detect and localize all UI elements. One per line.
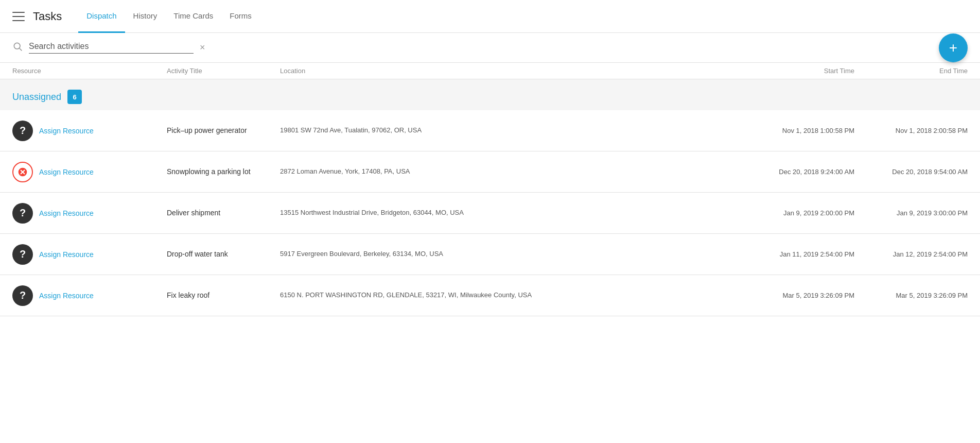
app-title: Tasks [33, 10, 62, 23]
activity-title: Fix leaky roof [167, 291, 280, 301]
location-cell: 2872 Loman Avenue, York, 17408, PA, USA [280, 167, 741, 176]
task-status-icon: ? [12, 285, 33, 306]
location-cell: 13515 Northwest Industrial Drive, Bridge… [280, 208, 741, 217]
col-activity-title: Activity Title [167, 67, 280, 75]
tab-history[interactable]: History [125, 0, 166, 33]
resource-cell: ? Assign Resource [12, 121, 167, 141]
task-status-icon-error [12, 162, 33, 182]
section-header-unassigned: Unassigned 6 [0, 79, 980, 110]
resource-cell: ? Assign Resource [12, 203, 167, 224]
task-status-icon: ? [12, 203, 33, 224]
start-time-cell: Dec 20, 2018 9:24:00 AM [741, 168, 854, 176]
assign-resource-link[interactable]: Assign Resource [39, 209, 94, 217]
end-time-cell: Nov 1, 2018 2:00:58 PM [854, 127, 968, 134]
tab-dispatch[interactable]: Dispatch [78, 0, 125, 33]
resource-cell: Assign Resource [12, 162, 167, 182]
col-location: Location [280, 67, 741, 75]
start-time-cell: Mar 5, 2019 3:26:09 PM [741, 292, 854, 299]
assign-resource-link[interactable]: Assign Resource [39, 250, 94, 259]
search-icon [12, 41, 23, 54]
location-cell: 5917 Evergreen Boulevard, Berkeley, 6313… [280, 249, 741, 259]
task-status-icon: ? [12, 244, 33, 265]
add-task-button[interactable]: + [939, 33, 968, 62]
activity-title: Drop-off water tank [167, 249, 280, 260]
svg-line-1 [20, 48, 22, 51]
tab-forms[interactable]: Forms [221, 0, 260, 33]
app-header: Tasks Dispatch History Time Cards Forms [0, 0, 980, 33]
search-input[interactable] [29, 42, 194, 54]
table-header: Resource Activity Title Location Start T… [0, 63, 980, 79]
activity-title: Deliver shipment [167, 208, 280, 218]
table-row: ? Assign Resource Fix leaky roof 6150 N.… [0, 275, 980, 316]
resource-cell: ? Assign Resource [12, 244, 167, 265]
task-status-icon: ? [12, 121, 33, 141]
location-cell: 19801 SW 72nd Ave, Tualatin, 97062, OR, … [280, 126, 741, 135]
search-clear-button[interactable]: × [200, 42, 205, 53]
assign-resource-link[interactable]: Assign Resource [39, 168, 94, 176]
table-row: ? Assign Resource Pick–up power generato… [0, 110, 980, 151]
svg-point-0 [14, 43, 20, 49]
end-time-cell: Mar 5, 2019 3:26:09 PM [854, 292, 968, 299]
col-start-time: Start Time [741, 67, 854, 75]
start-time-cell: Jan 11, 2019 2:54:00 PM [741, 250, 854, 258]
activity-title: Snowplowing a parking lot [167, 167, 280, 177]
hamburger-menu-button[interactable] [12, 12, 25, 21]
table-row: Assign Resource Snowplowing a parking lo… [0, 151, 980, 193]
content-area: Unassigned 6 ? Assign Resource Pick–up p… [0, 79, 980, 316]
end-time-cell: Jan 9, 2019 3:00:00 PM [854, 209, 968, 217]
assign-resource-link[interactable]: Assign Resource [39, 127, 94, 135]
start-time-cell: Nov 1, 2018 1:00:58 PM [741, 127, 854, 134]
section-title-unassigned: Unassigned [12, 92, 61, 103]
end-time-cell: Dec 20, 2018 9:54:00 AM [854, 168, 968, 176]
resource-cell: ? Assign Resource [12, 285, 167, 306]
location-cell: 6150 N. PORT WASHINGTON RD, GLENDALE, 53… [280, 291, 741, 300]
tab-timecards[interactable]: Time Cards [165, 0, 221, 33]
activity-title: Pick–up power generator [167, 126, 280, 136]
assign-resource-link[interactable]: Assign Resource [39, 292, 94, 300]
start-time-cell: Jan 9, 2019 2:00:00 PM [741, 209, 854, 217]
search-bar: × + [0, 33, 980, 63]
unassigned-count-badge: 6 [67, 90, 82, 104]
table-row: ? Assign Resource Drop-off water tank 59… [0, 234, 980, 275]
nav-tabs: Dispatch History Time Cards Forms [78, 0, 260, 33]
col-end-time: End Time [854, 67, 968, 75]
col-resource: Resource [12, 67, 167, 75]
end-time-cell: Jan 12, 2019 2:54:00 PM [854, 250, 968, 258]
table-row: ? Assign Resource Deliver shipment 13515… [0, 193, 980, 234]
